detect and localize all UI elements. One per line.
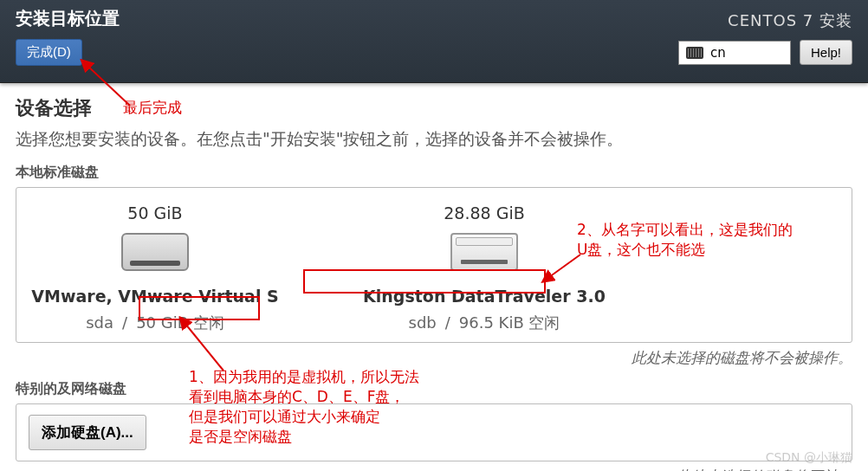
disk-size-label: 50 GiB <box>127 203 182 223</box>
keyboard-layout-label: cn <box>710 45 726 61</box>
page-title: 安装目标位置 <box>16 7 120 30</box>
disk-sep: / <box>122 313 127 332</box>
body-area: 设备选择 选择您想要安装的设备。在您点击"开始安装"按钮之前，选择的设备并不会被… <box>0 83 868 471</box>
disk-dev-label: sdb <box>409 313 437 332</box>
network-disks-panel: 添加硬盘(A)... <box>16 403 852 461</box>
keyboard-layout-selector[interactable]: cn <box>678 41 791 65</box>
add-disk-button[interactable]: 添加硬盘(A)... <box>29 415 146 450</box>
device-selection-heading: 设备选择 <box>16 95 852 121</box>
not-selected-note-2: 此处未选择的磁盘将不被… <box>16 467 852 472</box>
keyboard-icon <box>686 47 703 59</box>
disk-name-label: VMware, VMware Virtual S <box>28 287 282 306</box>
header-right: CENTOS 7 安装 cn Help! <box>678 7 852 75</box>
help-button[interactable]: Help! <box>800 40 852 65</box>
installer-title: CENTOS 7 安装 <box>728 10 852 31</box>
disk-name-label: Kingston DataTraveler 3.0 <box>360 287 609 306</box>
disk-size-label: 28.88 GiB <box>444 203 524 223</box>
disk-free-label: 96.5 KiB 空闲 <box>459 313 560 333</box>
header-bar: 安装目标位置 完成(D) CENTOS 7 安装 cn Help! <box>0 0 868 83</box>
local-disks-panel: 50 GiB VMware, VMware Virtual S sda / 50… <box>16 187 852 343</box>
network-disks-heading: 特别的及网络磁盘 <box>16 380 852 398</box>
device-selection-desc: 选择您想要安装的设备。在您点击"开始安装"按钮之前，选择的设备并不会被操作。 <box>16 126 852 152</box>
disk-item-sda[interactable]: 50 GiB VMware, VMware Virtual S sda / 50… <box>25 203 285 333</box>
harddisk-icon <box>121 233 189 271</box>
header-controls: cn Help! <box>678 40 852 65</box>
disk-meta: sda / 50 GiB 空闲 <box>86 313 224 333</box>
disk-item-sdb[interactable]: 28.88 GiB Kingston DataTraveler 3.0 sdb … <box>354 203 614 333</box>
watermark: CSDN @小琳猫 <box>766 450 852 466</box>
disk-meta: sdb / 96.5 KiB 空闲 <box>409 313 560 333</box>
disk-free-label: 50 GiB 空闲 <box>136 313 224 333</box>
done-button[interactable]: 完成(D) <box>16 39 82 66</box>
external-drive-icon <box>450 233 518 271</box>
disk-sep: / <box>445 313 450 332</box>
not-selected-note: 此处未选择的磁盘将不会被操作。 <box>16 348 852 368</box>
disk-dev-label: sda <box>86 313 113 332</box>
local-disks-heading: 本地标准磁盘 <box>16 164 852 182</box>
header-left: 安装目标位置 完成(D) <box>16 7 120 75</box>
